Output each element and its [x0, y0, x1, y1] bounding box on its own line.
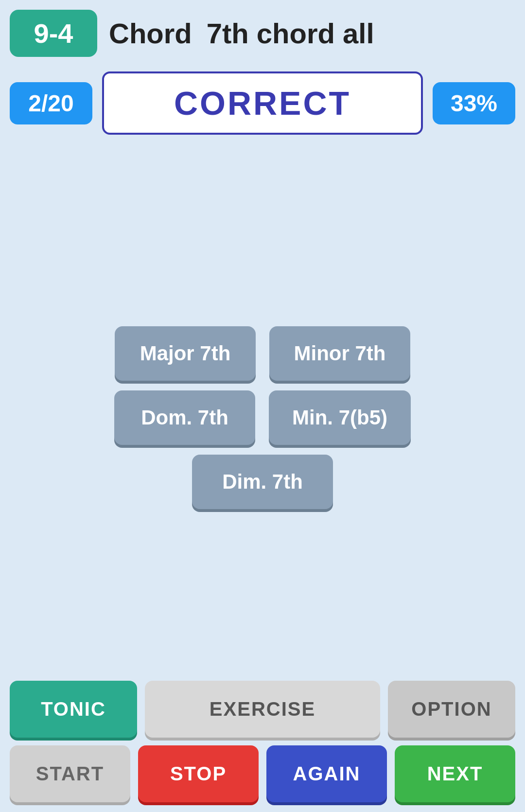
next-button[interactable]: NEXT: [395, 745, 515, 802]
nav-row-1: TONIC EXERCISE OPTION: [10, 681, 515, 738]
stop-button[interactable]: STOP: [138, 745, 259, 802]
answer-minor-7th-button[interactable]: Minor 7th: [269, 326, 410, 381]
answer-dom-7th-button[interactable]: Dom. 7th: [114, 390, 255, 445]
category-label: Chord: [109, 17, 192, 50]
answer-major-7th-button[interactable]: Major 7th: [115, 326, 256, 381]
score-badge: 9-4: [10, 10, 97, 57]
status-row: 2/20 CORRECT 33%: [10, 71, 515, 135]
subtitle-label: 7th chord all: [207, 17, 374, 50]
progress-badge: 2/20: [10, 82, 92, 124]
answer-row-3: Dim. 7th: [192, 455, 333, 509]
bottom-nav: TONIC EXERCISE OPTION START STOP AGAIN N…: [10, 681, 515, 802]
exercise-button[interactable]: EXERCISE: [145, 681, 380, 738]
answer-row-1: Major 7th Minor 7th: [115, 326, 410, 381]
start-button[interactable]: START: [10, 745, 130, 802]
answers-area: Major 7th Minor 7th Dom. 7th Min. 7(b5) …: [10, 174, 515, 661]
tonic-button[interactable]: TONIC: [10, 681, 137, 738]
percent-badge: 33%: [433, 82, 515, 124]
header-row: 9-4 Chord 7th chord all: [10, 10, 515, 57]
again-button[interactable]: AGAIN: [266, 745, 387, 802]
result-box: CORRECT: [102, 71, 423, 135]
answer-dim-7th-button[interactable]: Dim. 7th: [192, 455, 333, 509]
answer-row-2: Dom. 7th Min. 7(b5): [114, 390, 411, 445]
nav-row-2: START STOP AGAIN NEXT: [10, 745, 515, 802]
answer-min-7b5-button[interactable]: Min. 7(b5): [269, 390, 411, 445]
option-button[interactable]: OPTION: [388, 681, 515, 738]
header-text: Chord 7th chord all: [109, 17, 374, 50]
